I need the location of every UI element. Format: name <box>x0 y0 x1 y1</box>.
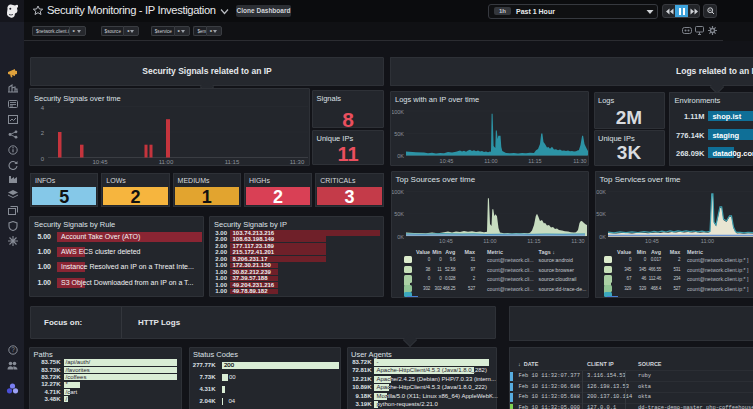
svg-text:50K: 50K <box>596 211 606 217</box>
svg-text:50K: 50K <box>394 211 404 217</box>
svg-text:10:45: 10:45 <box>439 238 453 244</box>
svg-text:11:30: 11:30 <box>573 158 586 164</box>
svg-text:11:15: 11:15 <box>527 238 540 244</box>
svg-text:0K: 0K <box>397 234 404 240</box>
svg-text:4: 4 <box>41 105 45 111</box>
svg-text:11:15: 11:15 <box>528 158 541 164</box>
svg-text:50K: 50K <box>394 131 404 137</box>
svg-text:10:45: 10:45 <box>645 238 659 244</box>
svg-text:100K: 100K <box>392 109 404 115</box>
svg-text:100K: 100K <box>392 189 404 195</box>
svg-text:0K: 0K <box>397 153 404 159</box>
svg-text:?: ? <box>11 346 15 353</box>
svg-text:11:30: 11:30 <box>571 238 584 244</box>
svg-text:0: 0 <box>41 156 45 162</box>
svg-text:100K: 100K <box>596 189 606 195</box>
svg-text:10:45: 10:45 <box>92 159 108 165</box>
svg-text:11:00: 11:00 <box>483 238 496 244</box>
svg-text:11:00: 11:00 <box>701 238 714 244</box>
svg-text:11:15: 11:15 <box>225 159 240 165</box>
svg-text:11:00: 11:00 <box>484 158 497 164</box>
svg-text:11:30: 11:30 <box>290 159 305 165</box>
svg-text:11:00: 11:00 <box>159 159 174 165</box>
svg-text:10:45: 10:45 <box>440 158 454 164</box>
svg-text:2: 2 <box>41 130 45 136</box>
svg-text:0K: 0K <box>599 234 606 240</box>
